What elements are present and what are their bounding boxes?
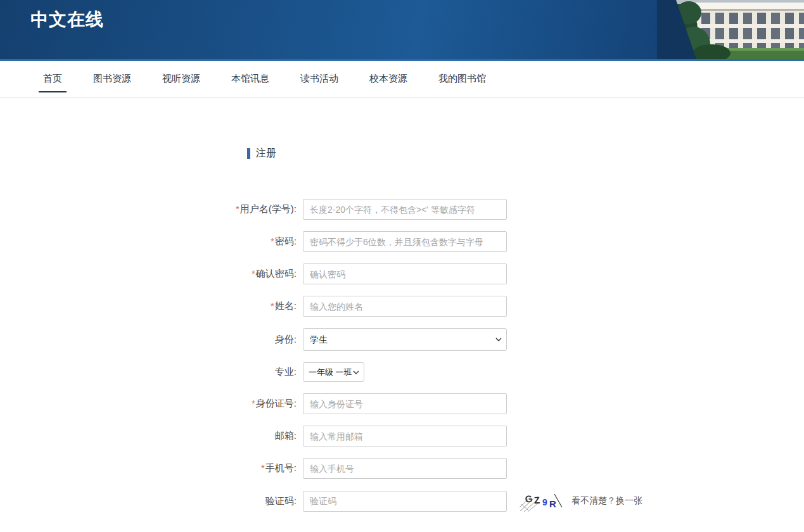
register-section-title: 注册 [247,147,804,160]
form-row-identity: 身份: 学生 [0,328,804,351]
field-label: *密码: [0,236,303,248]
field-label: *确认密码: [0,268,303,280]
nav-item-library-news[interactable]: 本馆讯息 [231,73,269,85]
required-asterisk: * [271,300,274,311]
required-asterisk: * [252,268,255,279]
confirm-password-input[interactable] [303,263,507,284]
form-row-major: 专业: 一年级 一班 [0,362,804,382]
required-asterisk: * [252,398,255,408]
form-row-password: *密码: [0,231,804,252]
title-accent-bar [247,148,250,159]
form-row-phone: *手机号: [0,458,804,479]
select-wrap: 一年级 一班 [303,362,364,382]
page-title: 注册 [256,147,276,160]
id-number-input[interactable] [303,393,507,414]
captcha-group: G Z 9 R 看不清楚？换一张 [520,490,642,512]
captcha-char: Z [533,495,540,506]
select-wrap: 学生 [303,328,507,351]
campus-photo [657,0,804,59]
captcha-char: 9 [542,497,547,507]
required-asterisk: * [261,462,265,473]
required-asterisk: * [271,236,274,246]
phone-input[interactable] [303,458,507,479]
major-select[interactable]: 一年级 一班 [303,362,364,382]
form-row-captcha: 验证码: G Z 9 R 看不清楚？换一张 [0,490,804,512]
field-label: *身份证号: [0,398,303,410]
nav-item-av-resources[interactable]: 视听资源 [162,73,200,85]
nav-item-reading-activities[interactable]: 读书活动 [300,73,338,85]
field-label: 专业: [0,366,303,378]
captcha-input[interactable] [303,491,507,512]
site-logo: 中文在线 [30,8,104,32]
field-label: *用户名(学号): [0,203,303,215]
field-label: *姓名: [0,300,303,312]
captcha-char: R [549,498,556,509]
name-input[interactable] [303,296,507,317]
form-row-name: *姓名: [0,296,804,317]
email-input[interactable] [303,426,507,446]
nav-item-my-library[interactable]: 我的图书馆 [438,73,486,85]
captcha-char: G [525,493,533,504]
main-content: 注册 *用户名(学号): *密码: *确认密码: *姓名: 身份: 学生 专业:… [0,147,804,512]
captcha-refresh-link[interactable]: 看不清楚？换一张 [571,495,642,507]
field-label: 邮箱: [0,430,303,442]
identity-select[interactable]: 学生 [303,328,507,351]
nav-item-book-resources[interactable]: 图书资源 [93,73,131,85]
form-row-email: 邮箱: [0,426,804,446]
nav-item-school-resources[interactable]: 校本资源 [369,73,407,85]
form-row-id-number: *身份证号: [0,393,804,414]
required-asterisk: * [236,203,239,214]
main-nav: 首页 图书资源 视听资源 本馆讯息 读书活动 校本资源 我的图书馆 [0,61,804,98]
captcha-image[interactable]: G Z 9 R [520,490,566,512]
form-row-confirm-password: *确认密码: [0,263,804,284]
field-label: *手机号: [0,462,303,474]
field-label: 身份: [0,334,303,346]
username-input[interactable] [303,199,507,220]
password-input[interactable] [303,231,507,252]
field-label: 验证码: [0,495,303,507]
nav-item-home[interactable]: 首页 [43,73,62,85]
form-row-username: *用户名(学号): [0,199,804,220]
register-form: *用户名(学号): *密码: *确认密码: *姓名: 身份: 学生 专业: 一年… [0,199,804,512]
app-header: 中文在线 [0,0,804,61]
